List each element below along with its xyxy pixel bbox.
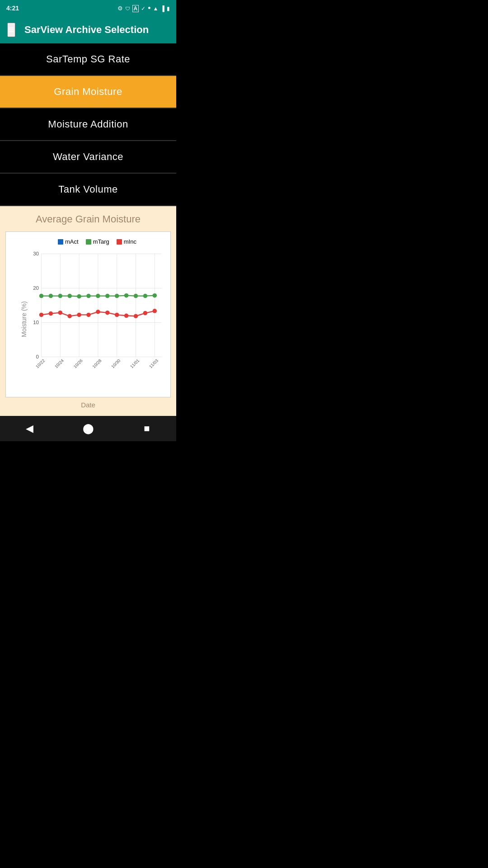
mtarg-dot [134, 294, 138, 298]
minc-dot [86, 313, 91, 317]
legend-mtarg-label: mTarg [93, 238, 109, 245]
status-icons [117, 4, 170, 13]
svg-text:10/26: 10/26 [72, 358, 84, 369]
svg-text:10/30: 10/30 [110, 358, 122, 369]
minc-dot [67, 314, 72, 319]
app-header: ≡ SarView Archive Selection [0, 16, 176, 43]
minc-dot [77, 313, 81, 317]
minc-dot [115, 313, 119, 317]
recents-button[interactable]: ■ [133, 420, 160, 438]
svg-text:30: 30 [33, 251, 39, 256]
svg-text:10/28: 10/28 [91, 358, 103, 369]
chart-container: mAct mTarg mInc Moisture (%) [5, 231, 171, 397]
svg-text:10: 10 [33, 320, 39, 325]
header-title: SarView Archive Selection [24, 24, 149, 36]
svg-text:11/01: 11/01 [129, 358, 141, 369]
chart-area: Average Grain Moisture mAct mTarg mInc M… [0, 206, 176, 416]
menu-water-variance[interactable]: Water Variance [0, 141, 176, 174]
minc-dot [143, 311, 148, 316]
minc-dot [105, 311, 110, 315]
menu-sartemp-sg-rate[interactable]: SarTemp SG Rate [0, 43, 176, 76]
minc-dot [124, 314, 129, 318]
a-icon [132, 5, 139, 12]
minc-dot [96, 310, 100, 314]
minc-dot [134, 314, 138, 319]
chart-svg: 0 10 20 30 10/22 10/24 10/26 10/28 10/30… [28, 250, 166, 370]
svg-text:0: 0 [36, 354, 38, 359]
status-bar: 4:21 [0, 0, 176, 16]
mtarg-dot [77, 294, 81, 299]
mtarg-dot [105, 294, 110, 298]
home-button[interactable]: ⬤ [75, 420, 102, 438]
mtarg-dot [86, 294, 91, 298]
legend-minc-dot [117, 239, 122, 245]
legend-mact-dot [58, 239, 63, 245]
mtarg-dot [96, 294, 100, 298]
battery-icon [167, 5, 170, 12]
menu-buttons-list: SarTemp SG Rate Grain Moisture Moisture … [0, 43, 176, 206]
shield-icon [125, 5, 130, 12]
signal-icon [160, 5, 164, 12]
legend-minc: mInc [117, 238, 136, 245]
bottom-nav: ◀ ⬤ ■ [0, 416, 176, 441]
mtarg-dot [153, 293, 157, 298]
mtarg-dot [115, 294, 119, 298]
menu-tank-volume[interactable]: Tank Volume [0, 174, 176, 206]
svg-text:11/03: 11/03 [148, 358, 160, 369]
x-axis-label: Date [4, 401, 173, 409]
minc-dot [49, 311, 53, 316]
svg-text:10/24: 10/24 [54, 358, 65, 369]
minc-dot [153, 309, 157, 313]
legend-mtarg: mTarg [86, 238, 109, 245]
chart-svg-wrapper: Moisture (%) 0 10 [28, 250, 166, 370]
status-time: 4:21 [6, 5, 19, 12]
mtarg-dot [124, 293, 129, 298]
dot-icon [148, 4, 150, 13]
legend-mact-label: mAct [65, 238, 79, 245]
mtarg-dot [67, 294, 72, 298]
legend-mtarg-dot [86, 239, 91, 245]
y-axis-label: Moisture (%) [20, 302, 28, 337]
menu-grain-moisture[interactable]: Grain Moisture [0, 76, 176, 108]
check-icon [141, 5, 145, 12]
mtarg-dot [49, 294, 53, 298]
svg-text:20: 20 [33, 285, 39, 291]
chart-legend: mAct mTarg mInc [28, 238, 166, 245]
svg-text:10/22: 10/22 [35, 358, 46, 369]
minc-dot [39, 313, 44, 317]
mtarg-dot [143, 294, 148, 298]
hamburger-menu-button[interactable]: ≡ [7, 23, 15, 37]
legend-minc-label: mInc [124, 238, 136, 245]
gear-icon [117, 5, 123, 12]
mtarg-dot [39, 294, 44, 298]
legend-mact: mAct [58, 238, 79, 245]
wifi-icon [153, 5, 159, 12]
minc-dot [58, 311, 63, 315]
chart-title: Average Grain Moisture [4, 213, 173, 225]
back-button[interactable]: ◀ [16, 420, 43, 438]
menu-moisture-addition[interactable]: Moisture Addition [0, 108, 176, 141]
mtarg-dot [58, 294, 63, 298]
